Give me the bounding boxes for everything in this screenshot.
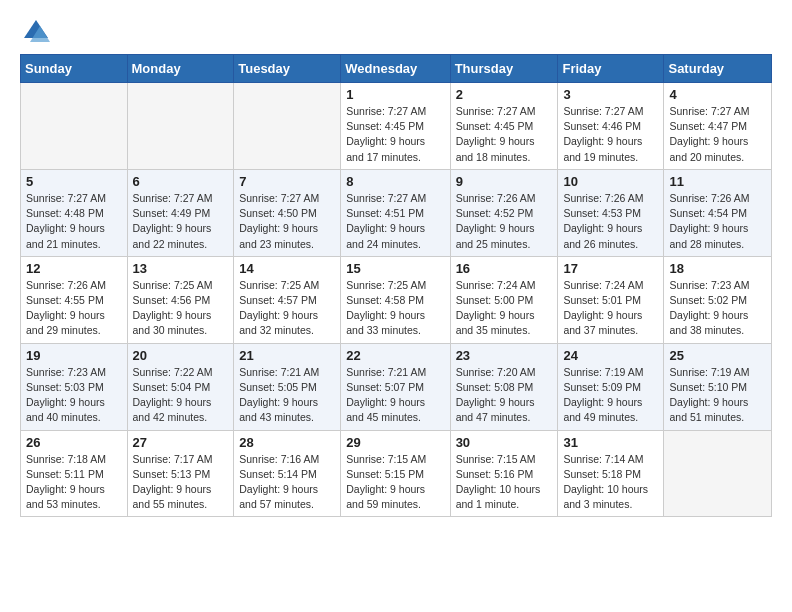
- header: [20, 16, 772, 44]
- calendar-cell: 8Sunrise: 7:27 AM Sunset: 4:51 PM Daylig…: [341, 169, 450, 256]
- day-number: 31: [563, 435, 658, 450]
- day-info: Sunrise: 7:24 AM Sunset: 5:00 PM Dayligh…: [456, 278, 553, 339]
- calendar-cell: 18Sunrise: 7:23 AM Sunset: 5:02 PM Dayli…: [664, 256, 772, 343]
- day-number: 13: [133, 261, 229, 276]
- day-number: 3: [563, 87, 658, 102]
- calendar-cell: 22Sunrise: 7:21 AM Sunset: 5:07 PM Dayli…: [341, 343, 450, 430]
- calendar-cell: 30Sunrise: 7:15 AM Sunset: 5:16 PM Dayli…: [450, 430, 558, 517]
- calendar-week-row: 1Sunrise: 7:27 AM Sunset: 4:45 PM Daylig…: [21, 83, 772, 170]
- day-info: Sunrise: 7:17 AM Sunset: 5:13 PM Dayligh…: [133, 452, 229, 513]
- calendar-cell: 6Sunrise: 7:27 AM Sunset: 4:49 PM Daylig…: [127, 169, 234, 256]
- day-info: Sunrise: 7:27 AM Sunset: 4:50 PM Dayligh…: [239, 191, 335, 252]
- calendar-week-row: 19Sunrise: 7:23 AM Sunset: 5:03 PM Dayli…: [21, 343, 772, 430]
- calendar-cell: 11Sunrise: 7:26 AM Sunset: 4:54 PM Dayli…: [664, 169, 772, 256]
- day-number: 7: [239, 174, 335, 189]
- calendar-week-row: 12Sunrise: 7:26 AM Sunset: 4:55 PM Dayli…: [21, 256, 772, 343]
- day-info: Sunrise: 7:23 AM Sunset: 5:02 PM Dayligh…: [669, 278, 766, 339]
- day-info: Sunrise: 7:27 AM Sunset: 4:45 PM Dayligh…: [346, 104, 444, 165]
- day-number: 5: [26, 174, 122, 189]
- weekday-header-saturday: Saturday: [664, 55, 772, 83]
- calendar-cell: 15Sunrise: 7:25 AM Sunset: 4:58 PM Dayli…: [341, 256, 450, 343]
- calendar-cell: 25Sunrise: 7:19 AM Sunset: 5:10 PM Dayli…: [664, 343, 772, 430]
- day-number: 6: [133, 174, 229, 189]
- weekday-header-monday: Monday: [127, 55, 234, 83]
- calendar-cell: 1Sunrise: 7:27 AM Sunset: 4:45 PM Daylig…: [341, 83, 450, 170]
- day-info: Sunrise: 7:23 AM Sunset: 5:03 PM Dayligh…: [26, 365, 122, 426]
- calendar-cell: [127, 83, 234, 170]
- calendar-cell: 31Sunrise: 7:14 AM Sunset: 5:18 PM Dayli…: [558, 430, 664, 517]
- day-info: Sunrise: 7:26 AM Sunset: 4:55 PM Dayligh…: [26, 278, 122, 339]
- calendar-cell: 13Sunrise: 7:25 AM Sunset: 4:56 PM Dayli…: [127, 256, 234, 343]
- day-number: 15: [346, 261, 444, 276]
- weekday-header-sunday: Sunday: [21, 55, 128, 83]
- day-info: Sunrise: 7:19 AM Sunset: 5:10 PM Dayligh…: [669, 365, 766, 426]
- day-info: Sunrise: 7:25 AM Sunset: 4:58 PM Dayligh…: [346, 278, 444, 339]
- weekday-header-row: SundayMondayTuesdayWednesdayThursdayFrid…: [21, 55, 772, 83]
- calendar-cell: 16Sunrise: 7:24 AM Sunset: 5:00 PM Dayli…: [450, 256, 558, 343]
- page: SundayMondayTuesdayWednesdayThursdayFrid…: [0, 0, 792, 533]
- day-info: Sunrise: 7:22 AM Sunset: 5:04 PM Dayligh…: [133, 365, 229, 426]
- day-number: 11: [669, 174, 766, 189]
- day-number: 26: [26, 435, 122, 450]
- day-info: Sunrise: 7:27 AM Sunset: 4:51 PM Dayligh…: [346, 191, 444, 252]
- weekday-header-friday: Friday: [558, 55, 664, 83]
- day-number: 12: [26, 261, 122, 276]
- calendar-cell: 26Sunrise: 7:18 AM Sunset: 5:11 PM Dayli…: [21, 430, 128, 517]
- day-info: Sunrise: 7:16 AM Sunset: 5:14 PM Dayligh…: [239, 452, 335, 513]
- day-number: 8: [346, 174, 444, 189]
- day-info: Sunrise: 7:27 AM Sunset: 4:47 PM Dayligh…: [669, 104, 766, 165]
- calendar-cell: 7Sunrise: 7:27 AM Sunset: 4:50 PM Daylig…: [234, 169, 341, 256]
- calendar-cell: [664, 430, 772, 517]
- day-info: Sunrise: 7:25 AM Sunset: 4:57 PM Dayligh…: [239, 278, 335, 339]
- day-number: 25: [669, 348, 766, 363]
- day-info: Sunrise: 7:27 AM Sunset: 4:46 PM Dayligh…: [563, 104, 658, 165]
- weekday-header-tuesday: Tuesday: [234, 55, 341, 83]
- calendar-cell: 4Sunrise: 7:27 AM Sunset: 4:47 PM Daylig…: [664, 83, 772, 170]
- weekday-header-thursday: Thursday: [450, 55, 558, 83]
- day-number: 10: [563, 174, 658, 189]
- day-info: Sunrise: 7:26 AM Sunset: 4:53 PM Dayligh…: [563, 191, 658, 252]
- logo: [20, 16, 50, 44]
- day-info: Sunrise: 7:20 AM Sunset: 5:08 PM Dayligh…: [456, 365, 553, 426]
- day-number: 22: [346, 348, 444, 363]
- day-number: 2: [456, 87, 553, 102]
- day-info: Sunrise: 7:26 AM Sunset: 4:54 PM Dayligh…: [669, 191, 766, 252]
- calendar-cell: 17Sunrise: 7:24 AM Sunset: 5:01 PM Dayli…: [558, 256, 664, 343]
- calendar-cell: 10Sunrise: 7:26 AM Sunset: 4:53 PM Dayli…: [558, 169, 664, 256]
- day-number: 30: [456, 435, 553, 450]
- day-number: 27: [133, 435, 229, 450]
- day-number: 18: [669, 261, 766, 276]
- day-info: Sunrise: 7:21 AM Sunset: 5:07 PM Dayligh…: [346, 365, 444, 426]
- calendar-cell: 27Sunrise: 7:17 AM Sunset: 5:13 PM Dayli…: [127, 430, 234, 517]
- calendar-cell: 24Sunrise: 7:19 AM Sunset: 5:09 PM Dayli…: [558, 343, 664, 430]
- day-info: Sunrise: 7:18 AM Sunset: 5:11 PM Dayligh…: [26, 452, 122, 513]
- day-number: 28: [239, 435, 335, 450]
- logo-icon: [22, 16, 50, 44]
- day-info: Sunrise: 7:21 AM Sunset: 5:05 PM Dayligh…: [239, 365, 335, 426]
- day-number: 23: [456, 348, 553, 363]
- calendar-cell: 2Sunrise: 7:27 AM Sunset: 4:45 PM Daylig…: [450, 83, 558, 170]
- day-number: 16: [456, 261, 553, 276]
- calendar-table: SundayMondayTuesdayWednesdayThursdayFrid…: [20, 54, 772, 517]
- calendar-cell: 20Sunrise: 7:22 AM Sunset: 5:04 PM Dayli…: [127, 343, 234, 430]
- calendar-cell: 3Sunrise: 7:27 AM Sunset: 4:46 PM Daylig…: [558, 83, 664, 170]
- day-info: Sunrise: 7:26 AM Sunset: 4:52 PM Dayligh…: [456, 191, 553, 252]
- calendar-cell: 9Sunrise: 7:26 AM Sunset: 4:52 PM Daylig…: [450, 169, 558, 256]
- calendar-cell: 12Sunrise: 7:26 AM Sunset: 4:55 PM Dayli…: [21, 256, 128, 343]
- day-number: 29: [346, 435, 444, 450]
- day-number: 1: [346, 87, 444, 102]
- day-number: 9: [456, 174, 553, 189]
- day-info: Sunrise: 7:27 AM Sunset: 4:45 PM Dayligh…: [456, 104, 553, 165]
- day-info: Sunrise: 7:27 AM Sunset: 4:48 PM Dayligh…: [26, 191, 122, 252]
- day-number: 24: [563, 348, 658, 363]
- day-number: 17: [563, 261, 658, 276]
- calendar-cell: [234, 83, 341, 170]
- calendar-cell: [21, 83, 128, 170]
- day-number: 21: [239, 348, 335, 363]
- calendar-cell: 21Sunrise: 7:21 AM Sunset: 5:05 PM Dayli…: [234, 343, 341, 430]
- day-number: 14: [239, 261, 335, 276]
- calendar-cell: 23Sunrise: 7:20 AM Sunset: 5:08 PM Dayli…: [450, 343, 558, 430]
- calendar-cell: 19Sunrise: 7:23 AM Sunset: 5:03 PM Dayli…: [21, 343, 128, 430]
- calendar-cell: 14Sunrise: 7:25 AM Sunset: 4:57 PM Dayli…: [234, 256, 341, 343]
- day-info: Sunrise: 7:24 AM Sunset: 5:01 PM Dayligh…: [563, 278, 658, 339]
